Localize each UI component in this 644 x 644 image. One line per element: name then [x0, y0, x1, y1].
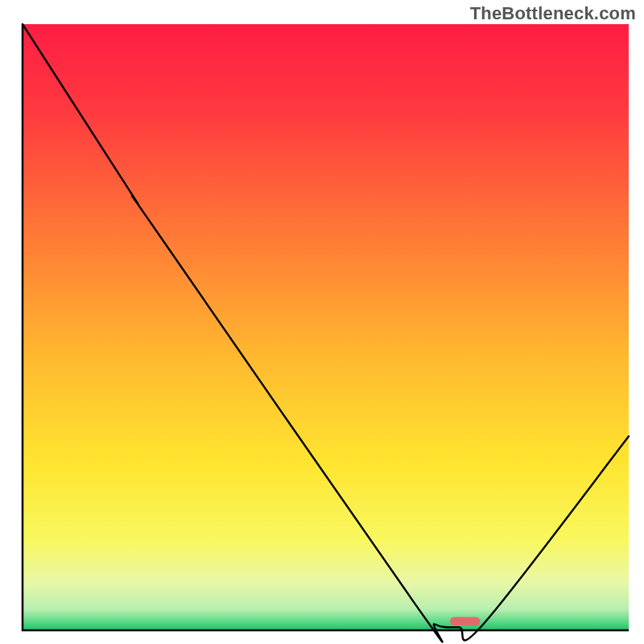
- gradient-background: [23, 24, 629, 630]
- optimal-marker: [450, 617, 481, 625]
- bottleneck-chart: [0, 0, 644, 644]
- chart-container: TheBottleneck.com: [0, 0, 644, 644]
- watermark: TheBottleneck.com: [470, 3, 636, 24]
